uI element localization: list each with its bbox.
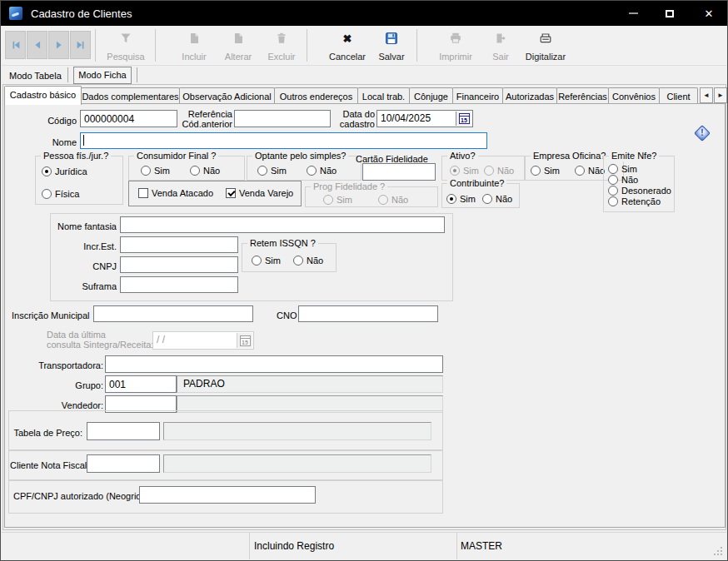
tab-local-trab[interactable]: Local trab. [357,87,410,104]
cliente-nota-fiscal-label: Cliente Nota Fiscal: [10,460,89,470]
radio-issqn-nao[interactable]: Não [293,256,323,266]
toolbar-separator [416,29,417,62]
inscricao-municipal-input[interactable] [93,305,253,322]
radio-juridica[interactable]: Jurídica [42,166,87,176]
suframa-input[interactable] [120,276,238,293]
radio-icon [42,189,52,199]
nav-next-button[interactable] [48,31,69,59]
grupo-display: PADRAO [177,375,443,393]
calendar-icon: 15 [459,113,470,124]
maximize-button[interactable] [656,1,684,26]
checkbox-icon [138,188,148,198]
tabela-preco-input[interactable] [87,422,160,440]
radio-consumidor-sim[interactable]: Sim [141,166,170,176]
calendar-button[interactable]: 15 [456,112,471,126]
app-icon [9,7,22,20]
radio-fisica[interactable]: Física [42,189,79,199]
referencia-input[interactable] [234,110,331,127]
titlebar: Cadastro de Clientes ✕ [1,1,727,26]
checkbox-venda-atacado[interactable]: Venda Atacado [138,188,213,198]
tab-convenios[interactable]: Convênios [608,87,660,104]
cnpj-input[interactable] [120,256,238,273]
codigo-label: Código [18,116,77,126]
radio-icon [257,166,267,176]
radio-prog-nao[interactable]: Não [378,195,408,205]
sair-button[interactable]: Sair [485,31,516,62]
salvar-button[interactable]: Salvar [371,31,411,62]
tab-autorizadas[interactable]: Autorizadas [502,87,557,104]
incluir-button[interactable]: Incluir [170,31,218,62]
nav-first-button[interactable] [5,31,26,59]
radio-nfe-desonerado[interactable]: Desonerado [608,186,671,196]
minimize-button[interactable] [619,1,647,26]
data-cadastro-input[interactable]: 10/04/2025 15 [376,110,473,127]
radio-ativo-sim[interactable]: Sim [450,166,479,176]
radio-icon [484,166,494,176]
cadastro-basico-page: Código ReferênciaCód.anterior Data docad… [4,103,726,528]
grupo-input[interactable] [105,375,177,393]
radio-nfe-sim[interactable]: Sim [608,164,637,174]
minimize-icon [629,12,638,14]
incr-est-input[interactable] [120,236,238,253]
last-record-icon [75,39,87,51]
tab-scroll-right-button[interactable]: ► [714,87,727,103]
tab-financeiro[interactable]: Financeiro [452,87,503,104]
tab-scroll-left-button[interactable]: ◄ [700,87,713,103]
nome-label: Nome [35,137,77,147]
radio-issqn-sim[interactable]: Sim [252,256,281,266]
cno-label: CNO [277,310,297,320]
radio-icon [42,166,52,176]
tab-outros-enderecos[interactable]: Outros endereços [274,87,358,104]
tab-client-truncated[interactable]: Client [659,87,698,104]
edit-document-icon [232,31,245,45]
cpf-cnpj-neogrid-input[interactable] [139,486,316,504]
nav-prev-button[interactable] [27,31,47,59]
cno-input[interactable] [298,305,438,322]
info-diamond-icon[interactable]: ! [695,126,710,141]
radio-contribuinte-sim[interactable]: Sim [446,194,476,204]
tab-modo-tabela[interactable]: Modo Tabela [9,71,62,81]
radio-icon [608,164,618,174]
radio-consumidor-nao[interactable]: Não [190,166,220,176]
nome-fantasia-input[interactable] [120,216,445,233]
nav-last-button[interactable] [70,31,91,59]
excluir-button[interactable]: Excluir [260,31,303,62]
radio-optante-nao[interactable]: Não [307,166,337,176]
imprimir-button[interactable]: Imprimir [431,31,480,62]
tab-modo-ficha[interactable]: Modo Ficha [73,67,132,84]
cancelar-button[interactable]: ✖ Cancelar [323,31,371,62]
radio-prog-sim[interactable]: Sim [323,195,352,205]
digitalizar-button[interactable]: Digitalizar [520,31,571,62]
radio-icon [307,166,317,176]
codigo-input[interactable] [80,110,177,127]
nome-input[interactable] [80,132,487,149]
data-sintegra-input[interactable]: / / 15 [152,331,254,350]
cartao-fidelidade-input[interactable] [362,163,436,181]
trash-icon [275,31,288,45]
cliente-nota-fiscal-display [163,454,431,473]
radio-nfe-retencao[interactable]: Retenção [608,196,661,206]
radio-optante-sim[interactable]: Sim [257,166,287,176]
transportadora-input[interactable] [105,355,443,373]
statusbar-separator [456,533,457,559]
tab-cadastro-basico[interactable]: Cadastro básico [4,86,82,105]
radio-contribuinte-nao[interactable]: Não [482,194,512,204]
save-floppy-icon [385,31,398,45]
radio-nfe-nao[interactable]: Não [608,175,638,185]
checkbox-venda-varejo[interactable]: Venda Varejo [226,188,293,198]
alterar-button[interactable]: Alterar [217,31,260,62]
tab-dados-complementares[interactable]: Dados complementares [81,87,180,104]
pesquisa-button[interactable]: Pesquisa [100,31,152,62]
tab-conjuge[interactable]: Cônjuge [409,87,453,104]
resize-grip[interactable] [714,547,724,557]
close-button[interactable]: ✕ [691,1,727,26]
tab-referencias[interactable]: Referências [556,87,609,104]
cliente-nota-fiscal-input[interactable] [87,454,160,473]
radio-oficina-nao[interactable]: Não [575,166,605,176]
data-sintegra-label: Data da últimaconsulta Sintegra/Receita: [47,330,153,350]
radio-ativo-nao[interactable]: Não [484,166,514,176]
radio-oficina-sim[interactable]: Sim [531,166,560,176]
cpf-cnpj-neogrid-label: CPF/CNPJ autorizado (Neogrid): [13,491,147,501]
vendedor-label: Vendedor: [42,400,103,410]
tab-observacao-adicional[interactable]: Observação Adicional [179,87,275,104]
